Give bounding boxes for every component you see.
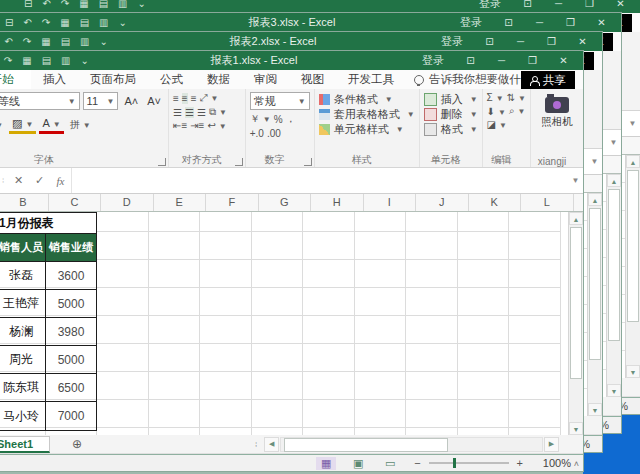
vertical-scrollbar[interactable]: ▲ ▼	[625, 155, 640, 378]
normal-view-icon[interactable]: ▦	[316, 457, 336, 470]
wrap-text-icon[interactable]: ↩▼	[207, 120, 226, 131]
vertical-scroll-thumb[interactable]	[627, 170, 639, 322]
column-header-D[interactable]: D	[101, 194, 154, 211]
print-preview-icon[interactable]: ▥	[99, 13, 108, 32]
new-sheet-icon[interactable]: ⊕	[72, 437, 82, 451]
number-format-select[interactable]: 常规▼	[250, 92, 310, 110]
delete-cells-button[interactable]: 删除▼	[424, 107, 478, 122]
cell-name[interactable]: 周光	[0, 346, 46, 374]
share-button[interactable]: 共享	[521, 71, 575, 89]
align-bottom-icon[interactable]: ≡	[191, 93, 197, 104]
accounting-format-icon[interactable]: ￥▼	[250, 112, 271, 126]
table-title-cell[interactable]: 1月份报表	[0, 213, 96, 234]
decrease-font-icon[interactable]: A˅	[144, 93, 164, 109]
conditional-formatting-button[interactable]: 条件格式▼	[319, 92, 415, 107]
worksheet[interactable]: 1月份报表销售人员销售业绩张磊3600王艳萍5000杨澜3980周光5000陈东…	[0, 212, 568, 435]
minimize-icon[interactable]: ─	[505, 32, 536, 51]
tab-3[interactable]: 数据	[195, 70, 242, 89]
tab-6[interactable]: 开发工具	[336, 70, 406, 89]
tab-splitter-icon[interactable]: ⁞	[255, 440, 258, 449]
minimize-icon[interactable]: ─	[524, 13, 555, 32]
table-header-cell[interactable]: 销售人员	[0, 234, 46, 262]
tab-1[interactable]: 页面布局	[78, 70, 148, 89]
enter-icon[interactable]: ✓	[29, 174, 50, 187]
align-center-icon[interactable]: ☰	[185, 107, 194, 118]
column-header-J[interactable]: J	[416, 194, 469, 211]
tell-me-box[interactable]: 告诉我你想要做什么	[414, 72, 533, 87]
format-as-table-button[interactable]: 套用表格格式▼	[319, 107, 415, 122]
form-icon[interactable]: ▤	[61, 32, 70, 51]
cell-value[interactable]: 3600	[46, 262, 96, 290]
horizontal-scroll-thumb[interactable]	[284, 438, 448, 452]
vertical-scrollbar[interactable]: ▲ ▼	[568, 212, 583, 435]
scroll-left-icon[interactable]: ◀	[264, 437, 279, 452]
restore-icon[interactable]: ❐	[517, 51, 548, 70]
form-icon[interactable]: ▤	[99, 0, 108, 13]
cell-value[interactable]: 5000	[46, 346, 96, 374]
insert-cells-button[interactable]: 插入▼	[424, 92, 478, 107]
cell-name[interactable]: 陈东琪	[0, 374, 46, 402]
font-color-icon[interactable]: A▼	[39, 117, 63, 134]
expand-formula-bar-icon[interactable]: ▼	[568, 176, 583, 185]
expand-formula-bar-icon[interactable]: ▼	[587, 157, 602, 166]
customize-qat-icon[interactable]: ⌄	[81, 51, 89, 70]
cell-name[interactable]: 杨澜	[0, 318, 46, 346]
customize-qat-icon[interactable]: ⌄	[119, 13, 127, 32]
tab-0[interactable]: 插入	[31, 70, 78, 89]
phonetic-guide-icon[interactable]: 拼▼	[67, 117, 94, 134]
title-bar[interactable]: ⊟↶↷▦▤▥⌄ 报表3.xlsx - Excel 登录 ⊡ ─ ❐ ✕	[0, 13, 621, 32]
customize-qat-icon[interactable]: ⌄	[138, 0, 146, 13]
ribbon-display-options-icon[interactable]: ⊡	[474, 32, 505, 51]
column-header-B[interactable]: B	[0, 194, 49, 211]
restore-icon[interactable]: ❐	[574, 0, 605, 13]
restore-icon[interactable]: ❐	[555, 13, 586, 32]
collapse-ribbon-icon[interactable]: ˄	[574, 459, 579, 469]
column-header-H[interactable]: H	[311, 194, 364, 211]
clear-icon[interactable]: ◪▼	[487, 119, 507, 130]
increase-font-icon[interactable]: A˄	[121, 93, 141, 109]
align-right-icon[interactable]: ☰	[197, 107, 206, 118]
zoom-slider-thumb[interactable]	[453, 458, 456, 468]
cell-name[interactable]: 张磊	[0, 262, 46, 290]
table-style-icon[interactable]: ▦	[22, 51, 31, 70]
alignment-dialog-launcher-icon[interactable]	[235, 158, 243, 166]
scroll-up-icon[interactable]: ▲	[626, 155, 640, 168]
ribbon-display-options-icon[interactable]: ⊡	[455, 51, 486, 70]
form-icon[interactable]: ▤	[42, 51, 51, 70]
column-header-I[interactable]: I	[364, 194, 417, 211]
font-dialog-launcher-icon[interactable]	[158, 158, 166, 166]
undo-icon[interactable]: ↶	[42, 0, 50, 13]
undo-icon[interactable]: ↶	[23, 13, 31, 32]
orientation-icon[interactable]: ⤢▼	[200, 92, 219, 104]
minimize-icon[interactable]: ─	[543, 0, 574, 13]
column-headers[interactable]: ABCDEFGHIJKL	[0, 194, 583, 212]
percent-style-icon[interactable]: %	[274, 114, 283, 125]
cell-value[interactable]: 7000	[46, 402, 96, 430]
quick-access-toolbar[interactable]: ⊟↶↷▦▤▥⌄	[5, 13, 127, 32]
scroll-up-icon[interactable]: ▲	[569, 212, 583, 225]
autosum-icon[interactable]: Σ▼	[487, 92, 504, 103]
scroll-right-icon[interactable]: ▶	[544, 437, 559, 452]
redo-icon[interactable]: ↷	[23, 32, 31, 51]
align-middle-icon[interactable]: ≡	[182, 93, 188, 104]
page-break-view-icon[interactable]: ▭	[380, 457, 400, 470]
form-icon[interactable]: ▤	[80, 13, 89, 32]
formula-input[interactable]	[71, 168, 568, 193]
quick-access-toolbar[interactable]: ⊟↶↷▦▤▥⌄	[24, 0, 146, 13]
cell-value[interactable]: 5000	[46, 290, 96, 318]
tab-4[interactable]: 审阅	[242, 70, 289, 89]
horizontal-scrollbar[interactable]: ⁞ ◀ ▶	[255, 437, 559, 451]
scroll-up-icon[interactable]: ▲	[607, 174, 621, 187]
sign-in-button[interactable]: 登录	[449, 15, 493, 30]
quick-access-toolbar[interactable]: ⊟↶↷▦▤▥⌄	[0, 32, 108, 51]
zoom-percentage[interactable]: 100%	[533, 457, 571, 469]
quick-access-toolbar[interactable]: ⊟↶↷▦▤▥⌄	[0, 51, 89, 70]
column-header-K[interactable]: K	[469, 194, 522, 211]
align-top-icon[interactable]: ≡	[173, 93, 179, 104]
cell-name[interactable]: 马小玲	[0, 402, 46, 430]
column-header-E[interactable]: E	[154, 194, 207, 211]
merge-center-icon[interactable]: ⧉▼	[209, 106, 227, 118]
decrease-indent-icon[interactable]: ⇤≡	[173, 120, 187, 131]
redo-icon[interactable]: ↷	[61, 0, 69, 13]
insert-function-icon[interactable]: fx	[50, 175, 71, 187]
